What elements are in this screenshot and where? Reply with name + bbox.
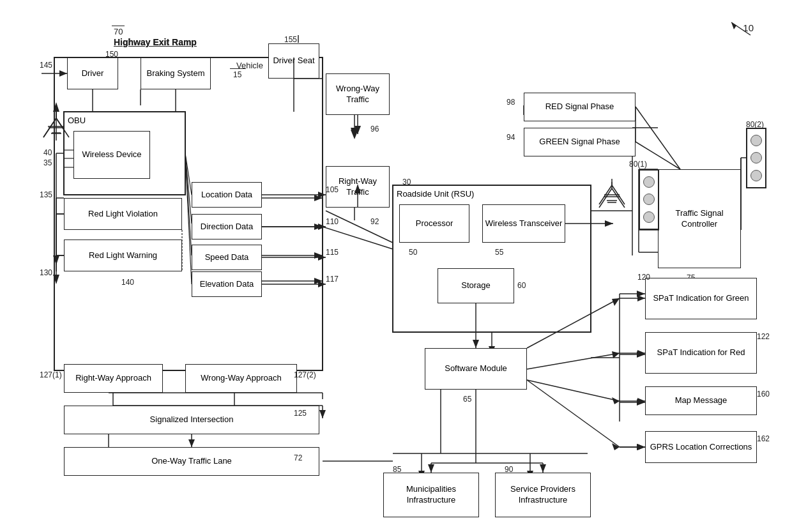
- ref-80-2: 80(2): [746, 120, 764, 129]
- green-signal-box: GREEN Signal Phase: [524, 128, 636, 156]
- svg-marker-20: [53, 275, 59, 284]
- svg-marker-93: [605, 220, 613, 227]
- ref-145: 145: [40, 61, 52, 70]
- svg-line-144: [43, 118, 56, 137]
- red-signal-label: RED Signal Phase: [545, 102, 614, 112]
- driver-label: Driver: [82, 68, 104, 79]
- ref-125: 125: [294, 409, 307, 418]
- braking-label: Braking System: [146, 68, 204, 79]
- ref-98: 98: [506, 98, 515, 107]
- driver-box: Driver: [67, 57, 118, 89]
- svg-marker-90: [318, 281, 326, 287]
- svg-marker-12: [314, 224, 323, 230]
- processor-box: Processor: [399, 204, 469, 243]
- traffic-signal-controller-label: Traffic Signal Controller: [659, 208, 740, 230]
- signalized-intersection-label: Signalized Intersection: [150, 414, 234, 425]
- gprs-label: GPRS Location Corrections: [650, 442, 752, 453]
- municipalities-box: Municipalities Infrastructure: [383, 473, 479, 517]
- svg-marker-137: [473, 340, 479, 348]
- spat-red-label: SPaT Indication for Red: [657, 347, 745, 358]
- location-data-label: Location Data: [201, 190, 252, 201]
- ref-65: 65: [463, 395, 471, 404]
- direction-data-label: Direction Data: [201, 222, 253, 232]
- svg-line-53: [43, 118, 56, 137]
- right-way-approach-box: Right-Way Approach: [64, 364, 163, 393]
- gprs-box: GPRS Location Corrections: [645, 431, 757, 463]
- ref-127-2: 127(2): [294, 370, 316, 379]
- wrong-way-traffic-box: Wrong-Way Traffic: [326, 73, 390, 115]
- braking-box: Braking System: [141, 57, 211, 89]
- tl1-red: [643, 176, 655, 188]
- svg-line-57: [599, 188, 612, 208]
- ref-140: 140: [121, 278, 134, 287]
- spat-red-box: SPaT Indication for Red: [645, 332, 757, 374]
- svg-line-103: [527, 353, 620, 369]
- svg-marker-16: [314, 278, 323, 284]
- ref-94: 94: [506, 133, 515, 142]
- wrong-way-traffic-label: Wrong-Way Traffic: [326, 84, 389, 105]
- service-providers-box: Service Providers Infrastructure: [495, 473, 591, 517]
- svg-line-81: [185, 153, 192, 255]
- green-signal-label: GREEN Signal Phase: [539, 137, 620, 148]
- software-module-box: Software Module: [425, 348, 527, 390]
- right-way-approach-label: Right-Way Approach: [75, 373, 151, 384]
- traffic-light-1: [639, 169, 659, 230]
- elevation-data-label: Elevation Data: [200, 279, 254, 290]
- svg-line-79: [185, 153, 192, 195]
- software-module-label: Software Module: [445, 363, 507, 374]
- highway-label-text: Highway Exit Ramp: [114, 37, 197, 47]
- obu-label: OBU: [68, 116, 86, 126]
- svg-marker-106: [612, 397, 620, 404]
- svg-marker-133: [428, 464, 434, 473]
- red-light-violation-label: Red Light Violation: [88, 209, 158, 220]
- location-data-box: Location Data: [192, 182, 262, 208]
- ref-150: 150: [105, 50, 118, 59]
- svg-line-105: [527, 380, 620, 401]
- storage-label: Storage: [461, 280, 491, 291]
- ref-72: 72: [294, 453, 302, 462]
- ref-15: 15: [233, 70, 241, 79]
- svg-line-107: [527, 380, 620, 447]
- svg-marker-112: [637, 350, 645, 356]
- ref-120: 120: [637, 273, 650, 282]
- ref-55: 55: [495, 248, 503, 257]
- svg-marker-88: [318, 254, 326, 261]
- wrong-way-approach-box: Wrong-Way Approach: [185, 364, 297, 393]
- svg-marker-38: [637, 444, 645, 450]
- svg-line-91: [326, 211, 393, 243]
- wireless-device-box: Wireless Device: [73, 131, 150, 179]
- red-light-violation-box: Red Light Violation: [64, 198, 182, 230]
- svg-line-152: [612, 185, 625, 204]
- ref-122: 122: [757, 332, 770, 341]
- ref-40: 40: [43, 148, 52, 157]
- map-message-label: Map Message: [675, 395, 727, 406]
- map-message-box: Map Message: [645, 386, 757, 415]
- svg-marker-32: [637, 291, 645, 297]
- spat-green-box: SPaT Indication for Green: [645, 278, 757, 319]
- storage-box: Storage: [438, 268, 514, 303]
- ref-35: 35: [43, 158, 52, 167]
- svg-marker-110: [637, 295, 645, 301]
- svg-marker-120: [53, 255, 59, 265]
- svg-line-80: [185, 153, 192, 224]
- ref-60: 60: [517, 281, 526, 290]
- red-light-warning-box: Red Light Warning: [64, 239, 182, 271]
- ref-96: 96: [370, 125, 379, 133]
- svg-marker-14: [314, 252, 323, 259]
- tl2-green: [750, 170, 762, 181]
- driver-seat-label: Driver Seat: [273, 56, 314, 66]
- ref-117: 117: [326, 275, 339, 284]
- svg-marker-84: [318, 192, 326, 198]
- svg-marker-126: [319, 410, 326, 418]
- ref-162: 162: [757, 434, 770, 443]
- svg-line-151: [599, 185, 612, 204]
- wireless-transceiver-label: Wireless Transceiver: [485, 218, 563, 229]
- wrong-way-approach-label: Wrong-Way Approach: [201, 373, 281, 384]
- ref-110: 110: [326, 217, 339, 226]
- service-providers-label: Service Providers Infrastructure: [496, 484, 590, 506]
- svg-marker-86: [318, 224, 326, 230]
- svg-line-8: [323, 227, 393, 249]
- svg-marker-104: [612, 351, 620, 358]
- red-light-warning-label: Red Light Warning: [89, 250, 157, 261]
- svg-marker-34: [637, 351, 645, 358]
